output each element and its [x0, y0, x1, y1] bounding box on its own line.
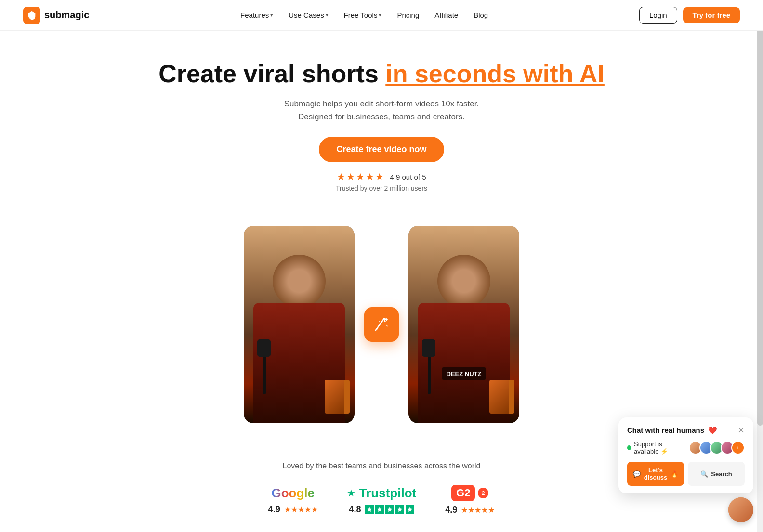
- avatar-5: +: [731, 441, 745, 454]
- brand-name: submagic: [44, 10, 89, 21]
- chat-title: Chat with real humans ❤️: [627, 426, 717, 435]
- login-button[interactable]: Login: [639, 7, 677, 24]
- nav-links: Features ▾ Use Cases ▾ Free Tools ▾ Pric…: [234, 7, 495, 23]
- flame-icon: 🔥: [671, 470, 678, 478]
- trust-text: Trusted by over 2 million users: [336, 184, 427, 192]
- hero-title: Create viral shorts in seconds with AI: [10, 60, 753, 89]
- hero-rating: ★★★★★ 4.9 out of 5 Trusted by over 2 mil…: [10, 171, 753, 192]
- mic-head-right: [422, 339, 435, 357]
- video-after-content: DEEZ NUTZ: [408, 226, 519, 423]
- g2-logo: G2: [451, 485, 475, 501]
- lightning-icon: ⚡: [660, 448, 668, 455]
- magic-wand-icon: [371, 314, 392, 335]
- hero-subtitle: Submagic helps you edit short-form video…: [10, 97, 753, 123]
- chevron-down-icon: ▾: [326, 12, 329, 18]
- google-score: 4.9: [268, 505, 280, 515]
- video-after: DEEZ NUTZ: [408, 226, 519, 423]
- chat-avatars: +: [689, 441, 745, 454]
- chevron-down-icon: ▾: [270, 12, 273, 18]
- heart-icon: ❤️: [708, 426, 717, 434]
- chat-bubble-icon: 💬: [633, 470, 641, 478]
- chat-widget: Chat with real humans ❤️ ✕ Support is av…: [618, 417, 753, 493]
- brand-g2-item: G2 2 4.9 ★★★★★: [445, 485, 495, 515]
- person-head-right: [437, 255, 490, 308]
- chat-action-buttons: 💬 Let's discuss 🔥 🔍 Search: [627, 462, 745, 486]
- status-indicator: [627, 445, 631, 450]
- tp-star-1: [365, 505, 374, 514]
- tp-star-4: [395, 505, 404, 514]
- logo-link[interactable]: submagic: [23, 7, 89, 24]
- mic-stand-left: [263, 356, 266, 394]
- svg-marker-3: [387, 507, 392, 512]
- trustpilot-score: 4.8: [349, 505, 361, 515]
- product-box-side-right: [509, 380, 514, 414]
- trustpilot-stars: [365, 505, 414, 514]
- subtitle-overlay: DEEZ NUTZ: [413, 367, 514, 380]
- svg-marker-5: [408, 507, 412, 512]
- hero-section: Create viral shorts in seconds with AI S…: [0, 31, 763, 207]
- trustpilot-star-icon: ★: [347, 487, 355, 499]
- search-icon: 🔍: [700, 470, 708, 478]
- brand-google-item: Google 4.9 ★★★★★: [268, 486, 318, 515]
- google-stars: ★★★★★: [284, 505, 318, 514]
- try-free-button[interactable]: Try for free: [683, 7, 740, 23]
- svg-marker-1: [367, 507, 372, 512]
- submagic-center-icon: [364, 307, 399, 342]
- nav-pricing[interactable]: Pricing: [390, 7, 426, 23]
- product-box-left: [325, 380, 346, 414]
- nav-use-cases[interactable]: Use Cases ▾: [282, 7, 335, 23]
- product-box-right: [489, 380, 511, 414]
- discuss-button[interactable]: 💬 Let's discuss 🔥: [627, 462, 684, 486]
- nav-free-tools[interactable]: Free Tools ▾: [337, 7, 389, 23]
- scrollbar-thumb[interactable]: [757, 0, 763, 426]
- scrollbar-track[interactable]: [757, 0, 763, 525]
- search-button[interactable]: 🔍 Search: [688, 462, 745, 486]
- subtitle-text: DEEZ NUTZ: [447, 370, 482, 377]
- chevron-down-icon: ▾: [379, 12, 382, 18]
- g2-superscript: 2: [478, 488, 488, 498]
- tp-star-2: [375, 505, 384, 514]
- submagic-logo-svg: [26, 10, 37, 21]
- chat-close-button[interactable]: ✕: [737, 425, 745, 436]
- nav-affiliate[interactable]: Affiliate: [428, 7, 465, 23]
- chat-status: Support is available ⚡ +: [627, 441, 745, 455]
- navbar: submagic Features ▾ Use Cases ▾ Free Too…: [0, 0, 763, 31]
- g2-score: 4.9: [445, 505, 457, 515]
- mic-head-left: [257, 339, 271, 357]
- brand-trustpilot-item: ★ Trustpilot 4.8: [347, 486, 416, 515]
- trustpilot-logo: Trustpilot: [359, 486, 416, 501]
- google-logo: Google: [271, 486, 315, 501]
- tp-star-3: [385, 505, 394, 514]
- nav-blog[interactable]: Blog: [467, 7, 495, 23]
- svg-marker-4: [397, 507, 402, 512]
- rating-stars: ★★★★★: [337, 171, 385, 182]
- product-box-side-left: [344, 380, 350, 414]
- float-support-avatar[interactable]: [728, 497, 753, 522]
- create-video-button[interactable]: Create free video now: [319, 137, 444, 162]
- chat-header: Chat with real humans ❤️ ✕: [627, 425, 745, 436]
- video-before: [244, 226, 355, 423]
- support-status-text: Support is available ⚡: [634, 441, 686, 455]
- video-comparison: DEEZ NUTZ: [213, 226, 550, 423]
- svg-marker-2: [377, 507, 382, 512]
- support-avatar-image: [728, 497, 753, 522]
- logo-icon: [23, 7, 40, 24]
- person-head-left: [273, 255, 326, 308]
- avatar-overflow: +: [737, 445, 739, 451]
- nav-features[interactable]: Features ▾: [234, 7, 280, 23]
- rating-score: 4.9 out of 5: [390, 173, 426, 181]
- tp-star-5: [406, 505, 414, 514]
- video-before-content: [244, 226, 355, 423]
- g2-stars: ★★★★★: [461, 506, 495, 515]
- nav-actions: Login Try for free: [639, 7, 740, 24]
